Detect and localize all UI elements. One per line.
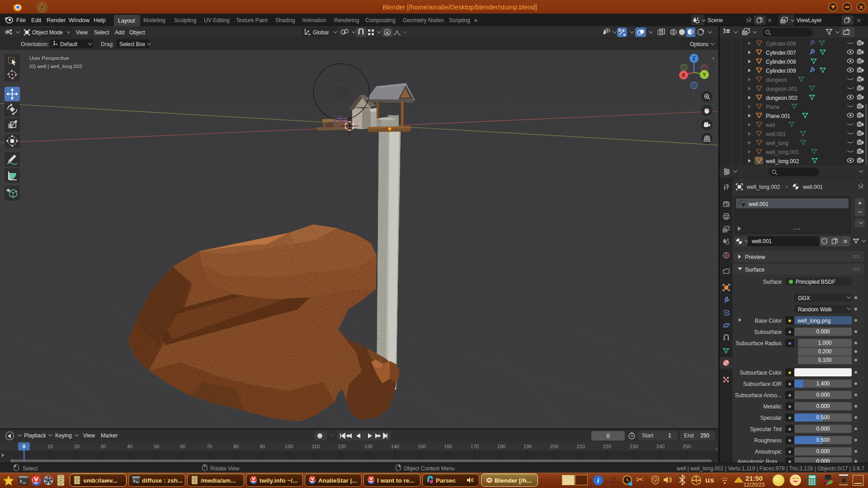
- svg-text:Y: Y: [703, 72, 706, 77]
- svg-text:90: 90: [259, 444, 265, 449]
- svg-text:240: 240: [656, 444, 665, 449]
- svg-text:220: 220: [603, 444, 611, 449]
- svg-text:210: 210: [577, 444, 585, 449]
- svg-text:230: 230: [630, 444, 638, 449]
- svg-text:100: 100: [285, 444, 293, 449]
- svg-text:0: 0: [23, 444, 25, 449]
- svg-text:190: 190: [524, 444, 532, 449]
- svg-text:50: 50: [154, 444, 159, 449]
- svg-text:40: 40: [127, 444, 132, 449]
- svg-text:120: 120: [338, 444, 346, 449]
- svg-text:20: 20: [74, 444, 80, 449]
- svg-text:60: 60: [180, 444, 185, 449]
- svg-text:140: 140: [391, 444, 399, 449]
- svg-text:130: 130: [364, 444, 373, 449]
- svg-text:160: 160: [444, 444, 452, 449]
- svg-text:‹: ‹: [716, 446, 717, 451]
- svg-text:180: 180: [497, 444, 505, 449]
- svg-text:X: X: [682, 72, 685, 78]
- svg-text:80: 80: [233, 444, 239, 449]
- svg-text:200: 200: [550, 444, 558, 449]
- svg-text:110: 110: [311, 444, 320, 449]
- svg-text:Z: Z: [693, 56, 696, 61]
- svg-text:a: a: [842, 476, 845, 483]
- svg-text:30: 30: [100, 444, 106, 449]
- svg-text:150: 150: [418, 444, 426, 449]
- svg-text:250: 250: [683, 444, 691, 449]
- svg-text:10: 10: [47, 444, 53, 449]
- svg-text:170: 170: [471, 444, 479, 449]
- svg-text:70: 70: [207, 444, 212, 449]
